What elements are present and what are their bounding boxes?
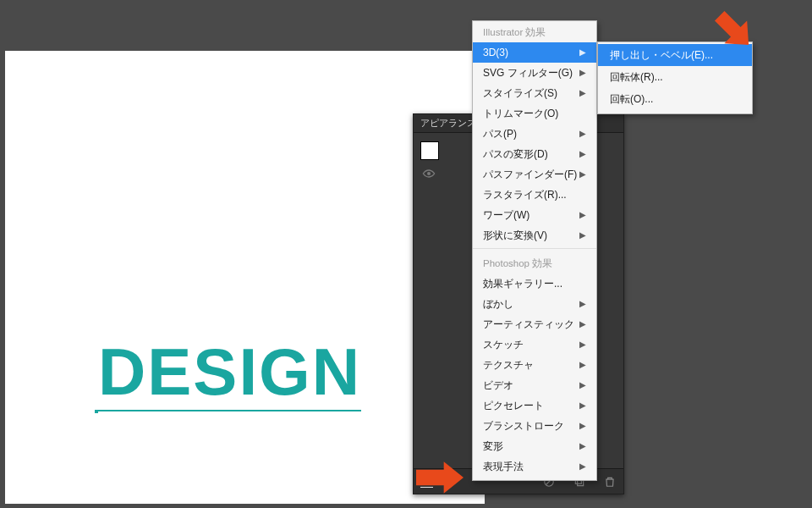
submenu-arrow-icon: ▶	[579, 378, 586, 393]
eye-icon	[422, 168, 436, 179]
submenu-item-1[interactable]: 回転体(R)...	[598, 66, 752, 88]
submenu-arrow-icon: ▶	[579, 86, 586, 101]
menu-item-label: テクスチャ	[483, 357, 534, 373]
menu-item-label: 表現手法	[483, 459, 524, 474]
menu-item-label: ぼかし	[483, 296, 513, 312]
menu-header-photoshop: Photoshop 効果	[473, 252, 596, 273]
submenu-arrow-icon: ▶	[579, 398, 586, 413]
fill-swatch[interactable]	[420, 141, 439, 160]
submenu-arrow-icon: ▶	[579, 207, 586, 223]
submenu-item-0[interactable]: 押し出し・ベベル(E)...	[598, 44, 752, 66]
menu-item-label: パスの変形(D)	[483, 146, 548, 162]
menu-item-label: ラスタライズ(R)...	[483, 187, 567, 202]
menu-item-ill-5[interactable]: パスの変形(D)▶	[473, 144, 596, 164]
menu-item-ps-8[interactable]: 変形▶	[473, 436, 596, 456]
menu-item-label: スケッチ	[483, 337, 524, 352]
menu-item-label: SVG フィルター(G)	[483, 65, 573, 80]
menu-item-ps-0[interactable]: 効果ギャラリー...	[473, 273, 596, 294]
submenu-arrow-icon: ▶	[579, 228, 586, 243]
menu-item-label: 変形	[483, 439, 503, 454]
submenu-arrow-icon: ▶	[579, 337, 586, 352]
menu-item-ps-6[interactable]: ピクセレート▶	[473, 395, 596, 416]
trash-icon[interactable]	[603, 475, 617, 489]
submenu-arrow-icon: ▶	[579, 146, 586, 162]
svg-point-0	[427, 172, 431, 175]
menu-item-label: ワープ(W)	[483, 207, 529, 223]
submenu-arrow-icon: ▶	[579, 296, 586, 312]
menu-item-ill-3[interactable]: トリムマーク(O)	[473, 103, 596, 124]
menu-item-label: ビデオ	[483, 378, 513, 393]
menu-item-label: ピクセレート	[483, 398, 544, 413]
submenu-arrow-icon: ▶	[579, 418, 586, 433]
menu-item-ill-1[interactable]: SVG フィルター(G)▶	[473, 63, 596, 83]
menu-item-label: ブラシストローク	[483, 418, 564, 433]
submenu-arrow-icon: ▶	[579, 167, 586, 182]
submenu-arrow-icon: ▶	[579, 439, 586, 454]
menu-item-label: 効果ギャラリー...	[483, 276, 562, 291]
effects-submenu-3d: 押し出し・ベベル(E)...回転体(R)...回転(O)...	[597, 41, 753, 114]
menu-item-ill-7[interactable]: ラスタライズ(R)...	[473, 185, 596, 205]
submenu-arrow-icon: ▶	[579, 357, 586, 373]
submenu-item-2[interactable]: 回転(O)...	[598, 88, 752, 110]
submenu-item-label: 回転体(R)...	[610, 69, 663, 85]
menu-item-ps-2[interactable]: アーティスティック▶	[473, 314, 596, 334]
menu-item-label: トリムマーク(O)	[483, 106, 558, 121]
menu-item-ps-9[interactable]: 表現手法▶	[473, 456, 596, 477]
submenu-item-label: 回転(O)...	[610, 91, 653, 107]
submenu-arrow-icon: ▶	[579, 45, 586, 60]
effects-menu: Illustrator 効果3D(3)▶SVG フィルター(G)▶スタイライズ(…	[472, 20, 597, 481]
menu-item-ps-7[interactable]: ブラシストローク▶	[473, 416, 596, 436]
menu-item-ps-4[interactable]: テクスチャ▶	[473, 355, 596, 375]
menu-item-ill-8[interactable]: ワープ(W)▶	[473, 205, 596, 225]
menu-item-ill-9[interactable]: 形状に変換(V)▶	[473, 225, 596, 249]
submenu-arrow-icon: ▶	[579, 317, 586, 332]
menu-item-label: 3D(3)	[483, 45, 508, 60]
submenu-item-label: 押し出し・ベベル(E)...	[610, 47, 713, 63]
menu-item-ill-2[interactable]: スタイライズ(S)▶	[473, 83, 596, 103]
menu-item-ill-6[interactable]: パスファインダー(F)▶	[473, 164, 596, 185]
app-stage: DESIGN アピアランス fx.	[0, 0, 812, 508]
menu-item-ill-4[interactable]: パス(P)▶	[473, 124, 596, 144]
submenu-arrow-icon: ▶	[579, 459, 586, 474]
submenu-arrow-icon: ▶	[579, 65, 586, 80]
menu-item-label: パスファインダー(F)	[483, 167, 577, 182]
menu-item-label: パス(P)	[483, 126, 517, 141]
menu-item-ps-5[interactable]: ビデオ▶	[473, 375, 596, 395]
menu-item-ill-0[interactable]: 3D(3)▶	[473, 42, 596, 63]
submenu-arrow-icon: ▶	[579, 126, 586, 141]
menu-header-illustrator: Illustrator 効果	[473, 21, 596, 42]
menu-item-ps-1[interactable]: ぼかし▶	[473, 294, 596, 314]
menu-item-label: アーティスティック	[483, 317, 574, 332]
menu-item-label: 形状に変換(V)	[483, 228, 547, 243]
fx-button[interactable]: fx.	[420, 475, 433, 488]
menu-item-ps-3[interactable]: スケッチ▶	[473, 334, 596, 355]
menu-item-label: スタイライズ(S)	[483, 86, 557, 101]
artboard-text: DESIGN	[98, 339, 361, 411]
